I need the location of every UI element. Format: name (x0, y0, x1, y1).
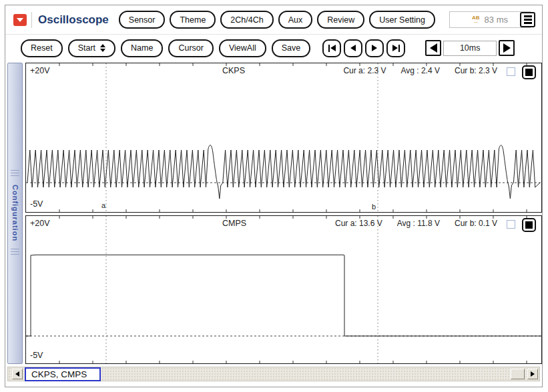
horizontal-scrollbar[interactable]: CKPS, CMPS (7, 367, 540, 381)
ch2-average-value: Avg : 11.8 V (397, 219, 440, 228)
aux-button-label: Aux (288, 15, 303, 25)
top-button-group: SensorTheme2Ch/4ChAuxReviewUser Setting (119, 11, 435, 29)
timebase-value[interactable]: 10ms (443, 41, 497, 56)
save-button[interactable]: Save (272, 39, 311, 57)
oscilloscope-window: Oscilloscope SensorTheme2Ch/4ChAuxReview… (5, 5, 543, 387)
review-button-label: Review (327, 15, 354, 25)
user-setting-button[interactable]: User Setting (369, 11, 435, 29)
solid-square-icon (525, 221, 533, 229)
ch1-bottom-voltage: -5V (30, 199, 43, 209)
ch2-color-button[interactable] (522, 218, 536, 232)
spinner-icon (100, 44, 105, 52)
start-button[interactable]: Start (68, 39, 115, 57)
configuration-tab[interactable]: Configuration (7, 63, 23, 364)
timebase-increase-button[interactable] (499, 40, 515, 56)
cursor-button[interactable]: Cursor (168, 39, 214, 57)
active-signals-label: CKPS, CMPS (25, 367, 101, 381)
step-back-icon (350, 45, 356, 51)
ch1-select-checkbox[interactable] (507, 67, 515, 76)
save-button-label: Save (282, 43, 301, 53)
aux-button[interactable]: Aux (278, 11, 313, 29)
theme-button-label: Theme (180, 15, 206, 25)
right-arrow-icon (531, 371, 535, 377)
ch2-measurements: Cur a: 13.6 V Avg : 11.8 V Cur b: 0.1 V (335, 219, 497, 228)
timebase-control: 10ms (425, 40, 515, 56)
title-bar: Oscilloscope SensorTheme2Ch/4ChAuxReview… (5, 5, 542, 35)
elapsed-time-display: AB↔ 83 ms (449, 11, 531, 28)
cursor-b-label[interactable]: b (372, 203, 376, 211)
elapsed-time-value: 83 ms (485, 15, 508, 25)
name-button-label: Name (131, 43, 153, 53)
reset-button-label: Reset (31, 43, 53, 53)
transport-group (322, 39, 405, 57)
step-forward-icon (372, 45, 377, 51)
ch1-cursor-b-value: Cur b: 2.3 V (455, 66, 497, 75)
skip-to-end-button[interactable] (386, 39, 405, 57)
page-title: Oscilloscope (38, 13, 109, 27)
ch2-cursor-a-value: Cur a: 13.6 V (335, 219, 382, 228)
channel-mode-button[interactable]: 2Ch/4Ch (220, 11, 273, 29)
ch1-average-value: Avg : 2.4 V (400, 66, 439, 75)
skip-end-icon (392, 45, 400, 52)
ch1-measurements: Cur a: 2.3 V Avg : 2.4 V Cur b: 2.3 V (343, 66, 497, 75)
tab-grip-icon (11, 170, 19, 178)
timebase-increase-icon (503, 43, 511, 53)
channel-1-panel: +20V CKPS Cur a: 2.3 V Avg : 2.4 V Cur b… (25, 63, 542, 213)
ch2-signal-name: CMPS (222, 219, 246, 228)
start-button-label: Start (78, 43, 95, 53)
chevron-down-icon (17, 18, 23, 22)
ch2-bottom-voltage: -5V (30, 351, 43, 360)
cursor-button-label: Cursor (178, 43, 204, 53)
left-arrow-icon (15, 371, 19, 377)
name-button[interactable]: Name (121, 39, 163, 57)
ab-cursor-time-icon: AB↔ (472, 16, 480, 24)
scrollbar-thumb[interactable] (511, 369, 525, 379)
ch2-plot-area[interactable] (26, 216, 541, 363)
scroll-left-button[interactable] (12, 369, 23, 379)
viewall-button[interactable]: ViewAll (219, 39, 266, 57)
cursor-a-label[interactable]: a (101, 201, 105, 209)
solid-square-icon (525, 69, 533, 76)
skip-start-icon (328, 45, 336, 52)
scroll-right-button[interactable] (527, 369, 538, 379)
channel-mode-button-label: 2Ch/4Ch (230, 15, 263, 25)
second-button-group: ResetStartNameCursorViewAllSave (21, 39, 310, 57)
ch2-cursor-b-value: Cur b: 0.1 V (455, 219, 497, 228)
ch1-signal-name: CKPS (222, 66, 245, 75)
ch1-plot-area[interactable] (26, 63, 541, 212)
ch1-color-button[interactable] (522, 65, 536, 79)
ch2-select-checkbox[interactable] (507, 220, 515, 229)
ch2-top-voltage: +20V (30, 219, 50, 228)
configuration-tab-label: Configuration (11, 185, 19, 241)
timebase-decrease-icon (430, 43, 437, 53)
ch1-top-voltage: +20V (30, 66, 50, 75)
viewall-button-label: ViewAll (229, 43, 256, 53)
skip-to-start-button[interactable] (322, 39, 341, 57)
reset-button[interactable]: Reset (21, 39, 63, 57)
user-setting-button-label: User Setting (379, 15, 425, 25)
step-back-button[interactable] (344, 39, 362, 57)
tab-grip-icon (11, 249, 19, 257)
menu-icon-button[interactable] (520, 12, 535, 27)
theme-button[interactable]: Theme (170, 11, 216, 29)
sensor-button[interactable]: Sensor (119, 11, 166, 29)
ch1-cursor-a-value: Cur a: 2.3 V (343, 66, 386, 75)
step-forward-button[interactable] (365, 39, 384, 57)
toolbar-second: ResetStartNameCursorViewAllSave 10ms (5, 35, 542, 61)
scope-area: Configuration +20V CKPS Cur a: 2.3 V Avg… (5, 61, 542, 365)
review-button[interactable]: Review (317, 11, 364, 29)
sensor-button-label: Sensor (129, 15, 156, 25)
app-menu-icon[interactable] (13, 14, 27, 26)
timebase-decrease-button[interactable] (425, 40, 441, 56)
title-divider (31, 12, 32, 28)
channel-2-panel: +20V CMPS Cur a: 13.6 V Avg : 11.8 V Cur… (25, 215, 542, 364)
